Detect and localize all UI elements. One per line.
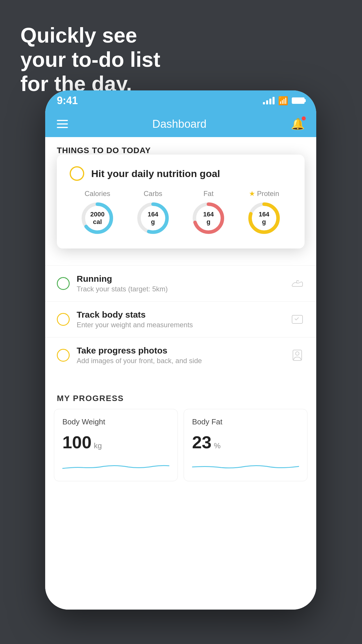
todo-running-title: Running — [77, 274, 283, 284]
card-title-row: Hit your daily nutrition goal — [70, 166, 292, 181]
todo-bodystats-subtitle: Enter your weight and measurements — [77, 321, 283, 329]
todo-photos-subtitle: Add images of your front, back, and side — [77, 357, 283, 365]
carbs-donut: 164g — [136, 201, 171, 236]
status-time: 9:41 — [57, 94, 78, 107]
todo-photos-title: Take progress photos — [77, 346, 283, 356]
protein-label: Protein — [257, 190, 279, 198]
body-fat-value: 23 % — [192, 432, 299, 452]
carbs-label: Carbs — [144, 190, 162, 198]
progress-header: MY PROGRESS — [45, 385, 316, 409]
body-weight-value: 100 kg — [62, 432, 169, 452]
progress-cards: Body Weight 100 kg Body Fat 23 — [45, 409, 316, 490]
todo-bodystats-circle — [57, 313, 70, 326]
body-fat-unit: % — [214, 441, 221, 450]
svg-rect-8 — [292, 315, 303, 323]
calories-donut: 2000cal — [80, 201, 115, 236]
card-title: Hit your daily nutrition goal — [91, 168, 220, 179]
protein-value: 164g — [259, 211, 269, 226]
main-content: THINGS TO DO TODAY Hit your daily nutrit… — [45, 137, 316, 610]
notification-dot — [302, 116, 306, 120]
body-fat-sparkline — [192, 458, 299, 473]
body-weight-card: Body Weight 100 kg — [54, 409, 178, 481]
nutrition-calories: Calories 2000cal — [80, 190, 115, 236]
todo-body-stats[interactable]: Track body stats Enter your weight and m… — [45, 301, 316, 337]
calories-label: Calories — [85, 190, 110, 198]
body-fat-title: Body Fat — [192, 417, 299, 426]
headline-line2: your to-do list — [20, 48, 160, 72]
battery-icon — [292, 97, 305, 104]
headline: Quickly see your to-do list for the day. — [20, 23, 160, 96]
fat-donut: 164g — [191, 201, 226, 236]
phone-shell: 9:41 📶 Dashboard 🔔 THINGS TO DO TODAY — [45, 90, 316, 610]
nutrition-circle-icon — [70, 166, 84, 181]
nutrition-card: Hit your daily nutrition goal Calories 2… — [57, 155, 305, 249]
todo-running-circle — [57, 277, 70, 290]
protein-donut: 164g — [247, 201, 282, 236]
nutrition-protein: ★ Protein 164g — [247, 190, 282, 236]
status-icons: 📶 — [263, 96, 305, 106]
fat-value: 164g — [203, 211, 214, 226]
portrait-icon — [290, 348, 305, 363]
body-fat-number: 23 — [192, 432, 212, 452]
fat-label: Fat — [203, 190, 214, 198]
svg-point-10 — [296, 352, 299, 355]
todo-running-subtitle: Track your stats (target: 5km) — [77, 285, 283, 293]
nutrition-fat: Fat 164g — [191, 190, 226, 236]
wifi-icon: 📶 — [278, 96, 288, 106]
todo-running[interactable]: Running Track your stats (target: 5km) — [45, 265, 316, 301]
todo-progress-photos[interactable]: Take progress photos Add images of your … — [45, 337, 316, 373]
hamburger-menu[interactable] — [57, 120, 68, 128]
protein-label-row: ★ Protein — [249, 190, 279, 198]
todo-photos-text: Take progress photos Add images of your … — [77, 346, 283, 365]
body-weight-title: Body Weight — [62, 417, 169, 426]
nutrition-carbs: Carbs 164g — [136, 190, 171, 236]
todo-running-text: Running Track your stats (target: 5km) — [77, 274, 283, 293]
carbs-value: 164g — [147, 211, 158, 226]
body-weight-unit: kg — [94, 441, 102, 450]
status-bar: 9:41 📶 — [45, 90, 316, 111]
shoe-icon — [290, 276, 305, 291]
todo-bodystats-title: Track body stats — [77, 310, 283, 320]
todo-photos-circle — [57, 349, 70, 362]
nav-title: Dashboard — [152, 118, 207, 130]
calories-value: 2000cal — [90, 211, 105, 226]
body-weight-number: 100 — [62, 432, 92, 452]
notification-bell[interactable]: 🔔 — [291, 118, 305, 130]
body-weight-sparkline — [62, 458, 169, 473]
signal-icon — [263, 97, 275, 104]
todo-bodystats-text: Track body stats Enter your weight and m… — [77, 310, 283, 329]
headline-line1: Quickly see — [20, 23, 160, 48]
star-icon: ★ — [249, 190, 255, 198]
todo-list: Running Track your stats (target: 5km) T… — [45, 265, 316, 373]
progress-section: MY PROGRESS Body Weight 100 kg — [45, 385, 316, 490]
scale-icon — [290, 312, 305, 327]
nutrition-row: Calories 2000cal Carbs — [70, 190, 292, 236]
body-fat-card: Body Fat 23 % — [184, 409, 307, 481]
nav-bar: Dashboard 🔔 — [45, 111, 316, 137]
